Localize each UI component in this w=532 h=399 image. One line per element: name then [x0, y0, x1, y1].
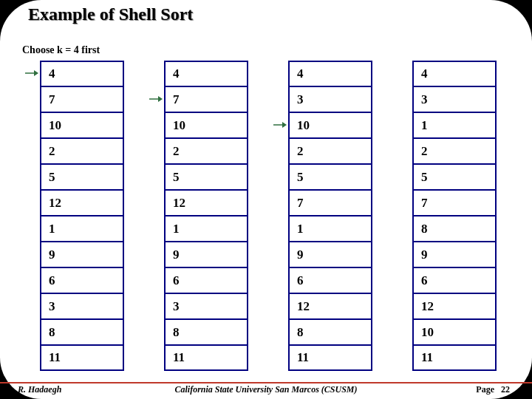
column: 471025121963811	[40, 61, 124, 371]
array-cell: 2	[164, 138, 248, 164]
array-cell: 11	[288, 345, 372, 371]
array-cell: 3	[412, 86, 497, 112]
subtitle: Choose k = 4 first	[22, 44, 100, 56]
array-cell: 12	[412, 293, 497, 319]
arrow-icon	[25, 69, 35, 70]
svg-marker-3	[158, 96, 163, 102]
column: 471025121963811	[164, 61, 248, 371]
array-cell: 6	[40, 267, 124, 293]
columns-container: 4710251219638114710251219638114310257196…	[40, 61, 497, 371]
array-cell: 2	[288, 138, 372, 164]
array-cell: 9	[164, 242, 248, 267]
array-cell: 12	[40, 190, 124, 216]
array-cell: 4	[288, 61, 372, 86]
array-cell: 11	[412, 345, 497, 371]
array-cell: 6	[288, 267, 372, 293]
array-cell: 10	[164, 112, 248, 138]
footer: A. R. Hadaegh California State Universit…	[0, 382, 532, 395]
array-cell: 6	[412, 267, 497, 293]
array-cell: 1	[164, 216, 248, 242]
array-cell: 10	[40, 112, 124, 138]
column: 431025719612811	[288, 61, 372, 371]
array-cell: 7	[288, 190, 372, 216]
array-cell: 9	[412, 242, 497, 267]
array-cell: 12	[164, 190, 248, 216]
array-cell: 9	[288, 242, 372, 267]
array-cell: 12	[288, 293, 372, 319]
footer-university: California State University San Marcos (…	[174, 384, 357, 395]
array-cell: 1	[288, 216, 372, 242]
array-cell: 2	[412, 138, 497, 164]
page-title: Example of Shell Sort	[28, 4, 193, 24]
array-cell: 1	[412, 112, 497, 138]
array-cell: 11	[164, 345, 248, 371]
array-cell: 3	[288, 86, 372, 112]
array-cell: 2	[40, 138, 124, 164]
array-cell: 10	[412, 319, 497, 345]
footer-page: Page 22	[476, 384, 510, 395]
array-cell: 3	[40, 293, 124, 319]
array-cell: 10	[288, 112, 372, 138]
array-cell: 7	[412, 190, 497, 216]
array-cell: 7	[164, 86, 248, 112]
array-cell: 8	[288, 319, 372, 345]
svg-marker-1	[34, 70, 38, 76]
arrow-icon	[149, 95, 160, 96]
array-cell: 9	[40, 242, 124, 267]
array-cell: 5	[40, 164, 124, 190]
column: 431257896121011	[412, 61, 497, 371]
array-cell: 4	[412, 61, 497, 86]
footer-author: A. R. Hadaegh	[7, 384, 61, 395]
array-cell: 8	[40, 319, 124, 345]
cell-box: 431257896121011	[412, 61, 497, 371]
array-cell: 11	[40, 345, 124, 371]
cell-box: 471025121963811	[164, 61, 248, 371]
cell-box: 431025719612811	[288, 61, 372, 371]
array-cell: 5	[412, 164, 497, 190]
array-cell: 4	[40, 61, 124, 86]
footer-page-label: Page	[476, 384, 494, 395]
array-cell: 4	[164, 61, 248, 86]
array-cell: 3	[164, 293, 248, 319]
array-cell: 7	[40, 86, 124, 112]
svg-marker-5	[282, 122, 287, 128]
array-cell: 1	[40, 216, 124, 242]
array-cell: 8	[164, 319, 248, 345]
arrow-icon	[273, 121, 284, 122]
array-cell: 6	[164, 267, 248, 293]
array-cell: 5	[288, 164, 372, 190]
array-cell: 8	[412, 216, 497, 242]
array-cell: 5	[164, 164, 248, 190]
footer-page-number: 22	[501, 384, 510, 395]
cell-box: 471025121963811	[40, 61, 124, 371]
